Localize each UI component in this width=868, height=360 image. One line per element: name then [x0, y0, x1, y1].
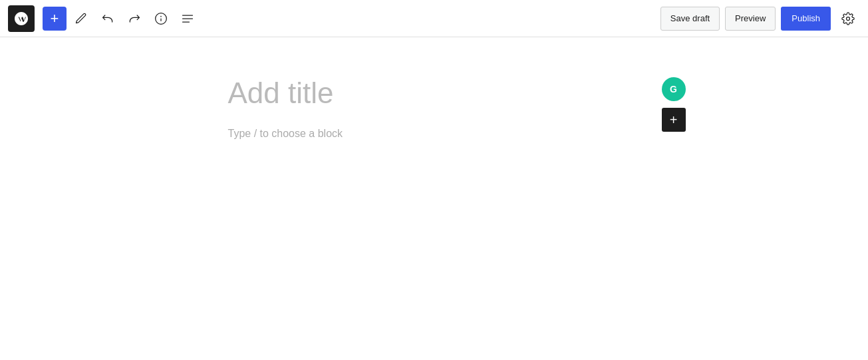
grammarly-button[interactable]: G: [662, 77, 686, 101]
toolbar: + Save draft Previe: [0, 0, 868, 37]
editor-content: Add title Type / to choose a block G +: [228, 77, 641, 140]
wordpress-logo[interactable]: [8, 5, 35, 32]
toolbar-right: Save draft Preview Publish: [660, 7, 860, 31]
block-add-icon: +: [670, 113, 678, 126]
svg-point-6: [847, 17, 850, 20]
publish-button[interactable]: Publish: [781, 7, 831, 31]
details-button[interactable]: [149, 7, 173, 31]
add-block-button[interactable]: +: [43, 7, 67, 31]
settings-icon: [841, 12, 855, 25]
save-draft-button[interactable]: Save draft: [660, 7, 720, 31]
list-view-button[interactable]: [176, 7, 200, 31]
settings-button[interactable]: [836, 7, 860, 31]
tools-button[interactable]: [69, 7, 93, 31]
undo-button[interactable]: [96, 7, 120, 31]
block-placeholder[interactable]: Type / to choose a block: [228, 128, 641, 140]
plus-icon: +: [51, 11, 59, 26]
grammarly-logo: G: [670, 84, 677, 94]
redo-button[interactable]: [122, 7, 146, 31]
title-field[interactable]: Add title: [228, 77, 641, 109]
editor-area: Add title Type / to choose a block G +: [0, 37, 868, 153]
wordpress-icon: [13, 11, 29, 27]
pen-icon: [74, 12, 88, 25]
preview-button[interactable]: Preview: [725, 7, 776, 31]
inline-add-block-button[interactable]: +: [662, 108, 686, 132]
list-view-icon: [181, 12, 194, 25]
info-icon: [154, 12, 168, 25]
redo-icon: [128, 12, 141, 25]
undo-icon: [101, 12, 114, 25]
